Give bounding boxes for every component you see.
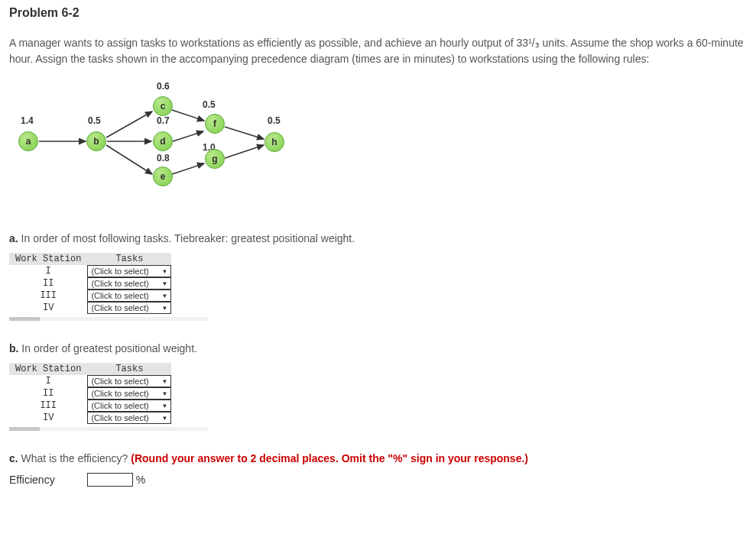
node-a: a — [18, 131, 38, 151]
table-row: I (Click to select)▼ — [9, 265, 171, 277]
select-a-3[interactable]: (Click to select)▼ — [87, 290, 171, 302]
table-row: IV (Click to select)▼ — [9, 412, 171, 424]
chevron-down-icon: ▼ — [162, 293, 168, 299]
time-h: 0.5 — [268, 115, 281, 126]
part-c-label: c. What is the efficiency? (Round your a… — [9, 451, 747, 467]
select-a-4[interactable]: (Click to select)▼ — [87, 302, 171, 314]
table-row: III (Click to select)▼ — [9, 290, 171, 302]
efficiency-unit: % — [136, 474, 145, 486]
select-b-2[interactable]: (Click to select)▼ — [87, 387, 171, 400]
select-a-1[interactable]: (Click to select)▼ — [87, 265, 171, 277]
problem-intro: A manager wants to assign tasks to works… — [9, 35, 747, 67]
time-b: 0.5 — [88, 115, 101, 126]
time-f: 0.5 — [203, 99, 216, 110]
table-a-header-ws: Work Station — [9, 253, 87, 265]
select-b-1[interactable]: (Click to select)▼ — [87, 375, 171, 387]
table-a: Work Station Tasks I (Click to select)▼ … — [9, 253, 171, 314]
chevron-down-icon: ▼ — [162, 280, 168, 287]
table-row: IV (Click to select)▼ — [9, 302, 171, 314]
node-d: d — [153, 131, 173, 151]
node-e: e — [153, 167, 173, 186]
svg-line-5 — [172, 110, 204, 121]
node-g: g — [205, 149, 225, 169]
node-c: c — [153, 96, 173, 116]
time-a: 1.4 — [21, 115, 34, 126]
scrollbar[interactable] — [9, 427, 208, 431]
scrollbar[interactable] — [9, 317, 208, 321]
chevron-down-icon: ▼ — [162, 305, 168, 312]
chevron-down-icon: ▼ — [162, 268, 168, 275]
chevron-down-icon: ▼ — [162, 403, 168, 409]
select-b-4[interactable]: (Click to select)▼ — [87, 412, 171, 424]
table-a-header-tasks: Tasks — [87, 253, 171, 265]
part-b-label: b. In order of greatest positional weigh… — [9, 341, 747, 357]
table-row: II (Click to select)▼ — [9, 387, 171, 400]
table-b-header-ws: Work Station — [9, 363, 87, 375]
problem-title: Problem 6-2 — [9, 6, 747, 20]
time-d: 0.7 — [157, 115, 170, 126]
table-row: II (Click to select)▼ — [9, 277, 171, 290]
svg-line-2 — [106, 112, 152, 138]
node-h: h — [264, 132, 284, 152]
time-e: 0.8 — [157, 153, 170, 163]
svg-line-7 — [172, 163, 204, 174]
table-row: III (Click to select)▼ — [9, 400, 171, 412]
time-c: 0.6 — [157, 81, 170, 92]
chevron-down-icon: ▼ — [162, 390, 168, 397]
select-a-2[interactable]: (Click to select)▼ — [87, 277, 171, 290]
part-a-label: a. In order of most following tasks. Tie… — [9, 231, 747, 247]
efficiency-input[interactable] — [87, 473, 133, 487]
node-f: f — [205, 114, 225, 134]
table-b-header-tasks: Tasks — [87, 363, 171, 375]
table-row: I (Click to select)▼ — [9, 375, 171, 387]
table-b: Work Station Tasks I (Click to select)▼ … — [9, 363, 171, 424]
svg-line-6 — [173, 131, 203, 141]
svg-line-4 — [106, 145, 152, 174]
efficiency-label: Efficiency — [9, 474, 55, 486]
precedence-diagram: 1.4 a 0.5 b 0.6 c 0.7 d 0.8 e 0.5 f 1.0 … — [9, 76, 315, 206]
svg-line-9 — [225, 145, 264, 158]
chevron-down-icon: ▼ — [162, 378, 168, 385]
select-b-3[interactable]: (Click to select)▼ — [87, 400, 171, 412]
chevron-down-icon: ▼ — [162, 415, 168, 422]
svg-line-8 — [225, 127, 264, 139]
node-b: b — [86, 131, 106, 151]
